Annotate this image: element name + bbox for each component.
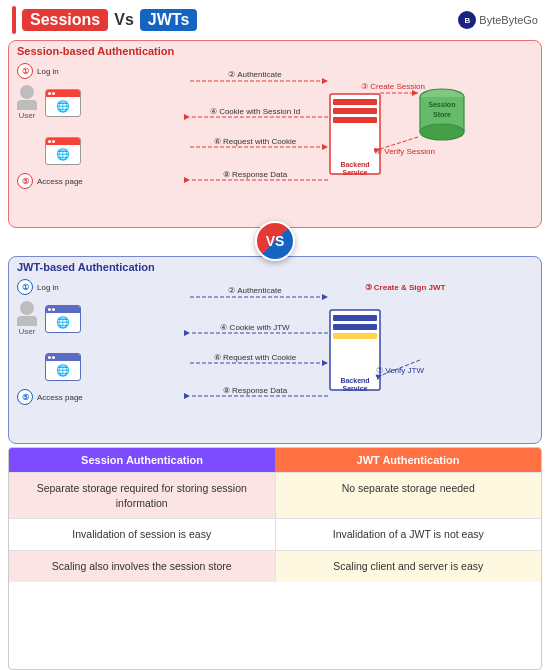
svg-text:② Authenticate: ② Authenticate (228, 70, 282, 79)
svg-text:Backend: Backend (340, 161, 369, 168)
svg-text:② Authenticate: ② Authenticate (228, 286, 282, 295)
jwt-section-label: JWT-based Authentication (17, 261, 533, 273)
vs-label: VS (266, 233, 285, 249)
header: Sessions Vs JWTs B ByteByteGo (0, 0, 550, 38)
logo-text: ByteByteGo (479, 14, 538, 26)
svg-text:⑦ Verify Session: ⑦ Verify Session (375, 147, 435, 156)
svg-point-10 (420, 124, 464, 140)
logo: B ByteByteGo (458, 11, 538, 29)
svg-rect-1 (333, 99, 377, 105)
comp-cell-jwt-2: Invalidation of a JWT is not easy (276, 519, 542, 550)
session-section: Session-based Authentication ① Log in Us… (8, 40, 542, 228)
comp-row-1: Separate storage required for storing se… (9, 472, 541, 518)
comp-cell-session-1: Separate storage required for storing se… (9, 473, 276, 518)
logo-icon: B (458, 11, 476, 29)
session-diagram: ① Log in User 🌐 (17, 59, 533, 214)
session-step1-row: ① Log in (17, 63, 127, 79)
comp-cell-jwt-1: No separate storage needed (276, 473, 542, 518)
session-step1-label: Log in (37, 67, 59, 76)
jwt-middle: Backend Service ③ Create & Sign JWT ② Au… (127, 275, 533, 430)
svg-text:④ Cookie with Session Id: ④ Cookie with Session Id (210, 107, 300, 116)
vs-divider: VS (0, 228, 550, 254)
jwt-step1-label: Log in (37, 283, 59, 292)
comp-cell-jwt-3: Scaling client and server is easy (276, 551, 542, 582)
comparison-table: Session Authentication JWT Authenticatio… (8, 447, 542, 670)
jwt-step1-num: ① (17, 279, 33, 295)
jwt-left-col: ① Log in User 🌐 (17, 275, 127, 405)
session-browser-bottom: 🌐 (45, 137, 81, 165)
svg-text:⑥ Request with Cookie: ⑥ Request with Cookie (214, 137, 297, 146)
jwt-step5-row: ⑤ Access page (17, 389, 127, 405)
svg-text:Store: Store (433, 111, 451, 118)
comp-cell-session-3: Scaling also involves the session store (9, 551, 276, 582)
svg-text:⑥ Request with Cookie: ⑥ Request with Cookie (214, 353, 297, 362)
session-middle: Backend Service Session Store ② Authenti… (127, 59, 533, 214)
title-sessions: Sessions (22, 9, 108, 31)
jwt-step5-num: ⑤ (17, 389, 33, 405)
comp-header-jwt: JWT Authentication (275, 448, 541, 472)
jwt-step5-label: Access page (37, 393, 83, 402)
svg-rect-3 (333, 117, 377, 123)
session-step5-num: ⑤ (17, 173, 33, 189)
session-section-label: Session-based Authentication (17, 45, 533, 57)
svg-text:Session: Session (429, 101, 456, 108)
title-vs: Vs (114, 11, 134, 29)
comp-header-session: Session Authentication (9, 448, 275, 472)
title-bar-decoration (12, 6, 16, 34)
session-user-icon: User (17, 85, 37, 120)
svg-rect-26 (333, 315, 377, 321)
svg-rect-27 (333, 324, 377, 330)
jwt-browser-bottom: 🌐 (45, 353, 81, 381)
title-area: Sessions Vs JWTs (12, 6, 197, 34)
jwt-browser-top: 🌐 (45, 305, 81, 333)
svg-text:⑧ Response Data: ⑧ Response Data (223, 386, 288, 395)
session-arrows-svg: Backend Service Session Store ② Authenti… (127, 59, 533, 214)
session-step1-num: ① (17, 63, 33, 79)
svg-text:③ Create Session: ③ Create Session (361, 82, 425, 91)
comp-row-3: Scaling also involves the session store … (9, 550, 541, 582)
svg-rect-2 (333, 108, 377, 114)
comp-cell-session-2: Invalidation of session is easy (9, 519, 276, 550)
comp-row-2: Invalidation of session is easy Invalida… (9, 518, 541, 550)
svg-text:Backend: Backend (340, 377, 369, 384)
comparison-header: Session Authentication JWT Authenticatio… (9, 448, 541, 472)
session-browser-top: 🌐 (45, 89, 81, 117)
svg-rect-28 (333, 333, 377, 339)
vs-circle: VS (255, 221, 295, 261)
session-step5-row: ⑤ Access page (17, 173, 127, 189)
title-jwts: JWTs (140, 9, 197, 31)
svg-text:Service: Service (343, 385, 368, 392)
svg-text:Service: Service (343, 169, 368, 176)
jwt-section: JWT-based Authentication ① Log in User (8, 256, 542, 444)
session-step5-label: Access page (37, 177, 83, 186)
session-left-col: ① Log in User 🌐 (17, 59, 127, 189)
jwt-user-icon: User (17, 301, 37, 336)
svg-text:③ Create & Sign JWT: ③ Create & Sign JWT (365, 283, 446, 292)
jwt-step1-row: ① Log in (17, 279, 127, 295)
svg-text:⑧ Response Data: ⑧ Response Data (223, 170, 288, 179)
svg-text:④ Cookie with JTW: ④ Cookie with JTW (220, 323, 290, 332)
jwt-arrows-svg: Backend Service ③ Create & Sign JWT ② Au… (127, 275, 533, 430)
jwt-diagram: ① Log in User 🌐 (17, 275, 533, 430)
